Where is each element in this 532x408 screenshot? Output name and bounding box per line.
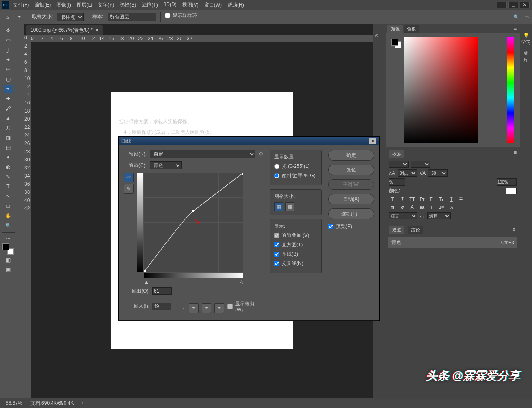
- hue-slider[interactable]: [507, 37, 514, 143]
- home-icon[interactable]: ⌂: [3, 13, 11, 21]
- tab-paragraph[interactable]: 段落: [389, 150, 404, 158]
- tool-more[interactable]: ⋯: [6, 235, 11, 241]
- menu-window[interactable]: 窗口(W): [204, 2, 222, 9]
- strike-icon[interactable]: T: [457, 196, 465, 202]
- tool-gradient[interactable]: ▤: [4, 143, 13, 152]
- menu-file[interactable]: 文件(F): [13, 2, 29, 9]
- menu-edit[interactable]: 编辑(E): [35, 2, 51, 9]
- library-button[interactable]: ◎库: [523, 50, 528, 63]
- scale-h-input[interactable]: [389, 178, 405, 186]
- scale-v-input[interactable]: [497, 178, 517, 186]
- learn-button[interactable]: 💡学习: [521, 33, 531, 46]
- color-field[interactable]: [404, 37, 478, 143]
- tool-eyedropper[interactable]: ✒: [4, 85, 13, 93]
- tracking-select[interactable]: -50: [428, 169, 448, 177]
- half-icon[interactable]: ½: [448, 204, 455, 211]
- search-icon[interactable]: 🔍: [513, 14, 519, 20]
- titling-icon[interactable]: āā: [418, 204, 426, 211]
- black-eyedropper[interactable]: ✒: [189, 303, 199, 313]
- white-eyedropper[interactable]: ✒: [214, 303, 224, 313]
- tool-path-select[interactable]: ↖: [4, 192, 13, 201]
- dialog-titlebar[interactable]: 曲线 ✕: [119, 137, 379, 145]
- smallcaps-icon[interactable]: Tᴛ: [418, 196, 426, 202]
- ordinal-icon[interactable]: T: [428, 204, 435, 211]
- curve-pencil-tool[interactable]: ✎: [124, 184, 134, 194]
- tool-dodge[interactable]: ◐: [4, 163, 13, 171]
- tab-color[interactable]: 颜色: [387, 25, 403, 33]
- underline-icon[interactable]: T: [448, 196, 455, 202]
- sample-size-select[interactable]: 取样点: [57, 13, 84, 21]
- tool-eraser[interactable]: ◨: [4, 133, 13, 142]
- close-button[interactable]: ✕: [520, 2, 530, 8]
- tool-zoom[interactable]: 🔍: [4, 221, 13, 230]
- panel-menu-icon[interactable]: ≡: [511, 226, 517, 234]
- output-input[interactable]: [152, 287, 172, 295]
- menu-image[interactable]: 图像(I): [56, 2, 71, 9]
- screenmode-toggle[interactable]: ▣: [4, 265, 13, 274]
- gray-eyedropper[interactable]: ✒: [202, 303, 212, 313]
- foreground-swatch[interactable]: [2, 243, 9, 250]
- menu-layer[interactable]: 图层(L): [77, 2, 93, 9]
- preview-checkbox[interactable]: 预览(P): [328, 223, 374, 230]
- aa-select[interactable]: 解释: [427, 212, 451, 219]
- dialog-close-button[interactable]: ✕: [369, 138, 376, 144]
- close-tab-icon[interactable]: ✕: [95, 28, 99, 33]
- font-family-select[interactable]: [389, 161, 409, 168]
- tool-brush[interactable]: 🖌: [4, 104, 13, 113]
- document-tab[interactable]: 1000.png @ 66.7%(青色/8) * ✕: [26, 25, 103, 35]
- ok-button[interactable]: 确定: [328, 150, 374, 161]
- auto-button[interactable]: 自动(A): [328, 194, 374, 204]
- menu-help[interactable]: 帮助(H): [227, 2, 244, 9]
- menu-filter[interactable]: 滤镜(T): [142, 2, 158, 9]
- menu-select[interactable]: 选择(S): [120, 2, 136, 9]
- white-point-slider[interactable]: △: [240, 279, 243, 285]
- chevron-right-icon[interactable]: ›: [82, 400, 83, 406]
- super-icon[interactable]: T¹: [428, 196, 435, 202]
- tool-blur[interactable]: ●: [4, 153, 13, 162]
- menu-type[interactable]: 文字(Y): [98, 2, 114, 9]
- curve-grid[interactable]: ↘: [144, 173, 243, 272]
- tab-path[interactable]: 路径: [408, 226, 423, 234]
- tool-heal[interactable]: ✚: [4, 94, 13, 103]
- allcaps-icon[interactable]: TT: [409, 196, 416, 202]
- channel-item-cyan[interactable]: 青色 Ctrl+3: [388, 237, 517, 248]
- oldstyle-icon[interactable]: σ: [399, 204, 406, 211]
- font-size-select[interactable]: 34点: [398, 169, 417, 177]
- text-color-swatch[interactable]: [506, 188, 517, 194]
- panel-menu-icon[interactable]: ≡: [510, 25, 520, 33]
- tab-channel[interactable]: 通道: [389, 226, 404, 234]
- tab-swatches[interactable]: 色板: [404, 25, 419, 33]
- gear-icon[interactable]: ⚙: [259, 151, 263, 157]
- tool-rectangle[interactable]: □: [4, 202, 13, 211]
- chk-histogram[interactable]: 直方图(T): [274, 241, 317, 248]
- tool-hand[interactable]: ✋: [4, 211, 13, 220]
- preset-select[interactable]: 自定: [150, 150, 255, 158]
- adjustments-icon[interactable]: ⎋: [373, 24, 386, 46]
- show-ring-checkbox[interactable]: 显示取样环: [165, 12, 197, 19]
- color-chip[interactable]: [391, 39, 401, 48]
- swash-icon[interactable]: A: [409, 204, 416, 211]
- show-clipping-checkbox[interactable]: 显示修剪 (W): [227, 300, 263, 313]
- tool-history-brush[interactable]: ℋ: [4, 124, 13, 132]
- reset-button[interactable]: 复位: [328, 165, 374, 175]
- sample-value-input[interactable]: [108, 13, 156, 21]
- menu-3d[interactable]: 3D(D): [164, 2, 177, 9]
- tool-lasso[interactable]: ʆ: [4, 46, 13, 54]
- tool-marquee[interactable]: ▭: [4, 36, 13, 45]
- sub-icon[interactable]: T₁: [438, 196, 445, 202]
- curve-point-tool[interactable]: 〰: [124, 173, 134, 182]
- chk-baseline[interactable]: 基线(B): [274, 251, 317, 258]
- channel-select[interactable]: 青色: [150, 161, 182, 169]
- on-image-adjust-icon[interactable]: ☞: [181, 305, 186, 311]
- tool-crop[interactable]: ✂: [4, 65, 13, 74]
- tool-move[interactable]: ✥: [4, 26, 13, 35]
- menu-view[interactable]: 视图(V): [182, 2, 199, 9]
- grid-small-button[interactable]: ▦: [274, 202, 283, 211]
- tool-wand[interactable]: ✦: [4, 55, 13, 64]
- lig-icon[interactable]: fi: [389, 204, 396, 211]
- input-input[interactable]: [152, 303, 171, 310]
- minimize-button[interactable]: —: [497, 2, 507, 8]
- current-tool-icon[interactable]: ✒: [15, 13, 24, 21]
- maximize-button[interactable]: □: [508, 2, 518, 8]
- black-point-slider[interactable]: ▲: [144, 279, 149, 285]
